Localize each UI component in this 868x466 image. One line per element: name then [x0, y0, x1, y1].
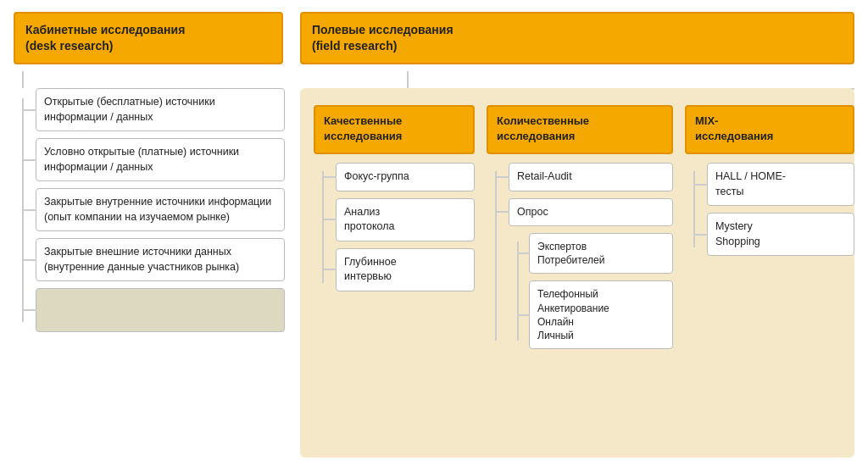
desk-item-1-text: Условно открытые (платные) источники инф…	[44, 146, 239, 173]
qualitative-header: Качественныеисследования	[314, 105, 475, 154]
opros-sub-items: ЭкспертовПотребителей ТелефонныйАнкетиро…	[509, 233, 673, 349]
field-research-box: Полевые исследования (field research)	[300, 12, 854, 64]
qual-item-1: Анализпротокола	[336, 198, 475, 241]
mix-vert-bar	[693, 171, 695, 247]
desk-research-box: Кабинетные исследования (desk research)	[14, 12, 283, 64]
qual-item-0: Фокус-группа	[336, 163, 475, 191]
quant-item-0-connector	[496, 176, 509, 178]
quant-item-1-connector	[496, 211, 509, 213]
field-main-vert	[407, 71, 409, 88]
opros-group: Опрос ЭкспертовПотребителей ТелефонныйАн…	[509, 198, 673, 350]
desk-title-line2: (desk research)	[25, 39, 114, 53]
desk-item-2-text: Закрытые внутренние источники информации…	[44, 196, 271, 223]
desk-title-line1: Кабинетные исследования	[25, 23, 185, 36]
desk-items-list: Открытые (бесплатные) источники информац…	[14, 88, 285, 332]
mix-items: HALL / HOME-тесты MysteryShopping	[685, 163, 854, 256]
desk-item-1-connector	[23, 159, 36, 161]
desk-research-label: Кабинетные исследования (desk research)	[14, 12, 283, 64]
mix-item-1-connector	[694, 234, 708, 236]
field-title-line2: (field research)	[312, 39, 397, 53]
desk-item-3-text: Закрытые внешние источники данных (внутр…	[44, 246, 239, 273]
opros-sub-0: ЭкспертовПотребителей	[529, 233, 673, 274]
desk-empty-box	[36, 288, 285, 332]
mix-column: MIX-исследования HALL / HOME-тесты Myste…	[685, 105, 854, 256]
desk-empty-connector	[23, 309, 36, 311]
mix-item-0-connector	[694, 184, 708, 186]
quantitative-header: Количественныеисследования	[487, 105, 673, 154]
quant-vert-bar	[495, 171, 497, 341]
desk-item-1: Условно открытые (платные) источники инф…	[36, 138, 285, 181]
opros-sub-1-connector	[518, 314, 530, 316]
qualitative-column: Качественныеисследования Фокус-группа Ан…	[314, 105, 475, 291]
opros-sub-vert	[517, 241, 519, 341]
quant-item-1: Опрос	[509, 198, 673, 227]
mix-item-1: MysteryShopping	[707, 213, 854, 256]
mix-item-0: HALL / HOME-тесты	[707, 163, 854, 206]
quant-item-0: Retail-Audit	[509, 163, 673, 191]
field-research-label: Полевые исследования (field research)	[300, 12, 854, 64]
opros-sub-1: ТелефонныйАнкетированиеОнлайнЛичный	[529, 280, 673, 349]
mix-header: MIX-исследования	[685, 105, 854, 154]
qual-item-1-connector	[323, 219, 337, 220]
desk-item-3: Закрытые внешние источники данных (внутр…	[36, 238, 285, 281]
opros-sub-0-connector	[518, 252, 530, 254]
qual-vert-bar	[322, 171, 324, 283]
desk-item-0-text: Открытые (бесплатные) источники информац…	[44, 96, 215, 123]
desk-item-2: Закрытые внутренние источники информации…	[36, 188, 285, 231]
desk-item-0: Открытые (бесплатные) источники информац…	[36, 88, 285, 131]
desk-item-2-connector	[23, 209, 36, 211]
quantitative-column: Количественныеисследования Retail-Audit …	[487, 105, 673, 349]
desk-children-area: Открытые (бесплатные) источники информац…	[14, 88, 285, 332]
desk-item-3-connector	[23, 259, 36, 261]
desk-item-0-connector	[23, 109, 36, 111]
qual-item-0-connector	[323, 176, 337, 178]
qual-item-2-connector	[323, 269, 337, 270]
desk-vert-connector	[22, 71, 24, 88]
diagram: Кабинетные исследования (desk research) …	[0, 0, 868, 466]
quantitative-items: Retail-Audit Опрос ЭкспертовПотребителей	[487, 163, 673, 349]
field-title-line1: Полевые исследования	[312, 23, 453, 36]
qual-item-2: Глубинноеинтервью	[336, 248, 475, 291]
qualitative-items: Фокус-группа Анализпротокола Глубинноеин…	[314, 163, 475, 291]
